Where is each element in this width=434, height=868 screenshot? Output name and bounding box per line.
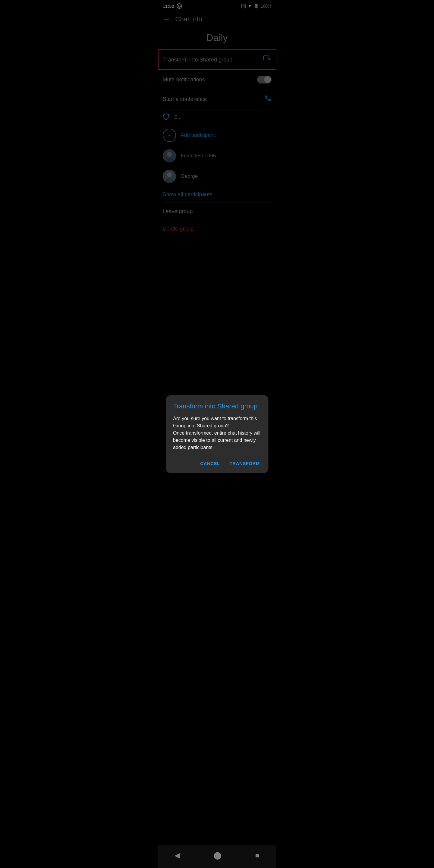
dialog-overlay: Transform into Shared group Are you sure… xyxy=(158,0,276,261)
